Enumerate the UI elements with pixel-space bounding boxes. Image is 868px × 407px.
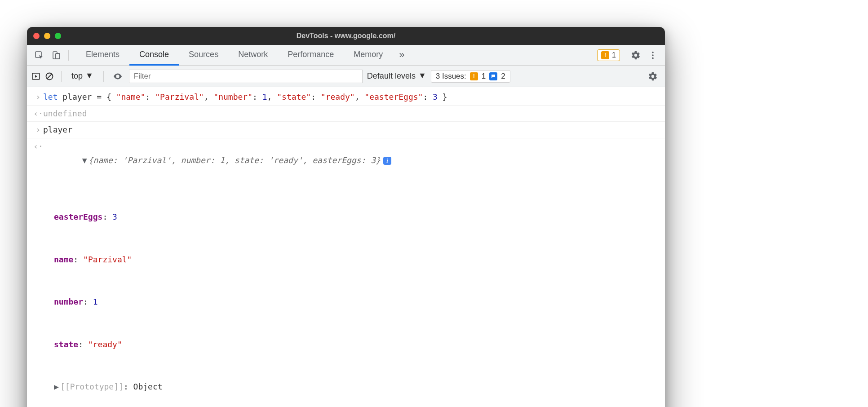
divider — [61, 71, 62, 82]
console-line: let player = { "name": "Parzival", "numb… — [43, 90, 659, 104]
warnings-count: 1 — [612, 51, 616, 59]
tab-elements[interactable]: Elements — [76, 45, 129, 66]
issues-info-count: 2 — [501, 72, 505, 81]
console-line: player — [43, 123, 659, 137]
filter-input[interactable] — [129, 70, 363, 83]
more-menu-icon[interactable] — [645, 48, 660, 63]
result-icon: ‹· — [33, 139, 43, 154]
warning-icon: ! — [470, 72, 478, 80]
device-toolbar-icon[interactable] — [49, 48, 64, 63]
levels-label: Default levels — [367, 71, 416, 81]
issues-label: 3 Issues: — [436, 72, 466, 81]
svg-point-6 — [652, 57, 654, 59]
context-selector[interactable]: top ▼ — [69, 71, 96, 82]
svg-point-4 — [652, 51, 654, 53]
clear-console-icon[interactable] — [45, 72, 54, 81]
toggle-sidebar-icon[interactable] — [31, 72, 40, 81]
live-expression-icon[interactable] — [111, 70, 124, 83]
tab-sources[interactable]: Sources — [179, 45, 228, 66]
window-title: DevTools - www.google.com/ — [27, 32, 665, 40]
context-label: top — [71, 71, 83, 81]
console-result: undefined — [43, 106, 659, 121]
chevron-down-icon: ▼ — [418, 71, 426, 80]
object-prototype[interactable]: ▶[[Prototype]]: Object — [54, 380, 659, 394]
tab-console[interactable]: Console — [129, 45, 179, 66]
prompt-icon: › — [33, 123, 43, 137]
object-property[interactable]: easterEggs: 3 — [54, 210, 659, 224]
object-summary[interactable]: ▼{name: 'Parzival', number: 1, state: 'r… — [43, 139, 659, 407]
issues-warn-count: 1 — [482, 72, 486, 81]
titlebar: DevTools - www.google.com/ — [27, 27, 665, 45]
settings-icon[interactable] — [628, 48, 643, 63]
svg-line-9 — [47, 74, 52, 79]
console-input-row[interactable]: › let player = { "name": "Parzival", "nu… — [27, 89, 665, 106]
warnings-badge[interactable]: ! 1 — [597, 49, 620, 61]
object-property[interactable]: name: "Parzival" — [54, 252, 659, 267]
object-property[interactable]: number: 1 — [54, 295, 659, 309]
panel-tabs: Elements Console Sources Network Perform… — [76, 45, 411, 65]
disclosure-triangle-icon[interactable]: ▼ — [82, 153, 89, 168]
chevron-down-icon: ▼ — [85, 71, 93, 80]
log-levels-selector[interactable]: Default levels ▼ — [367, 71, 426, 81]
issues-button[interactable]: 3 Issues: ! 1 2 — [431, 70, 510, 83]
svg-point-5 — [652, 54, 654, 56]
divider — [103, 71, 104, 82]
tab-memory[interactable]: Memory — [344, 45, 393, 66]
object-property[interactable]: state: "ready" — [54, 337, 659, 352]
svg-rect-2 — [56, 53, 60, 59]
console-toolbar: top ▼ Default levels ▼ 3 Issues: ! 1 2 — [27, 66, 665, 87]
prompt-icon: › — [33, 90, 43, 104]
disclosure-triangle-icon[interactable]: ▶ — [54, 380, 60, 394]
message-icon — [489, 72, 497, 80]
info-icon[interactable]: i — [383, 157, 391, 165]
inspect-element-icon[interactable] — [31, 48, 47, 63]
console-result-row: ‹· undefined — [27, 106, 665, 122]
tabs-overflow-icon[interactable]: » — [393, 45, 411, 66]
tab-performance[interactable]: Performance — [278, 45, 344, 66]
result-icon: ‹· — [33, 106, 43, 121]
main-toolbar: Elements Console Sources Network Perform… — [27, 45, 665, 66]
console-settings-icon[interactable] — [645, 69, 660, 84]
tab-network[interactable]: Network — [228, 45, 278, 66]
console-input-row[interactable]: › player — [27, 122, 665, 138]
console-output: › let player = { "name": "Parzival", "nu… — [27, 87, 665, 407]
warning-icon: ! — [601, 51, 609, 59]
divider — [68, 50, 69, 61]
console-object-row[interactable]: ‹· ▼{name: 'Parzival', number: 1, state:… — [27, 138, 665, 407]
devtools-window: DevTools - www.google.com/ Elements Cons… — [27, 27, 665, 407]
object-tree: easterEggs: 3 name: "Parzival" number: 1… — [43, 181, 659, 407]
